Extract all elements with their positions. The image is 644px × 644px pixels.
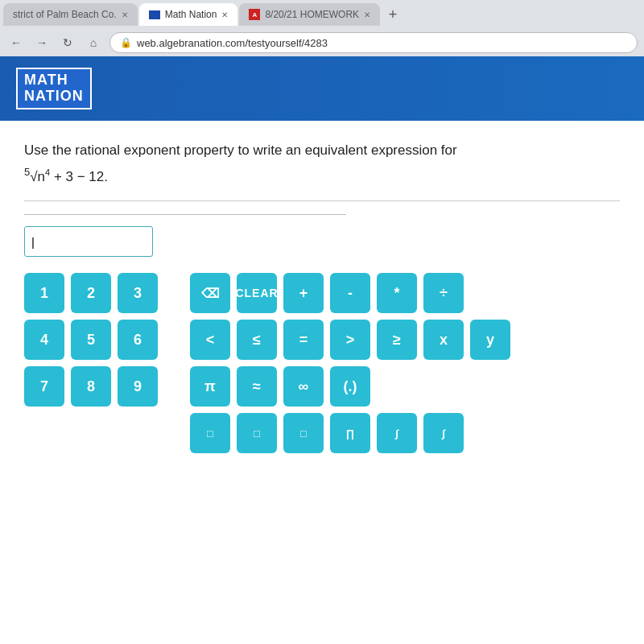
tab-bar: strict of Palm Beach Co. ✕ Math Nation ✕… xyxy=(0,0,644,29)
function-grid: ⌫ CLEAR + - * ÷ < ≤ = > ≥ x y xyxy=(190,273,510,460)
btn-r4-2[interactable]: □ xyxy=(237,413,277,453)
calc-row-3: π ≈ ∞ (.) xyxy=(190,366,510,407)
question-math: 5√n4 + 3 − 12. xyxy=(24,166,620,185)
add-tab-button[interactable]: + xyxy=(382,3,404,26)
btn-backspace[interactable]: ⌫ xyxy=(190,273,230,313)
btn-4[interactable]: 4 xyxy=(24,320,64,360)
btn-r4-1[interactable]: □ xyxy=(190,413,230,453)
calculator-area: 1 2 3 4 5 6 7 8 9 ⌫ CLEAR + - xyxy=(24,273,620,460)
close-icon[interactable]: ✕ xyxy=(364,10,370,19)
back-button[interactable]: ← xyxy=(6,33,26,52)
btn-pi[interactable]: π xyxy=(190,366,230,407)
btn-approx[interactable]: ≈ xyxy=(237,366,277,407)
btn-2[interactable]: 2 xyxy=(71,273,111,313)
question-text: Use the rational exponent property to wr… xyxy=(24,140,620,161)
btn-7[interactable]: 7 xyxy=(24,366,64,407)
btn-6[interactable]: 6 xyxy=(118,320,158,360)
cursor-area xyxy=(24,214,620,215)
btn-clear[interactable]: CLEAR xyxy=(237,273,277,313)
logo-line2: NATION xyxy=(24,89,84,105)
btn-greater-equal[interactable]: ≥ xyxy=(377,320,417,360)
btn-y[interactable]: y xyxy=(470,320,510,360)
btn-less-than[interactable]: < xyxy=(190,320,230,360)
tab-homework[interactable]: A 8/20/21 HOMEWORK ✕ xyxy=(239,3,380,26)
btn-3[interactable]: 3 xyxy=(118,273,158,313)
btn-5[interactable]: 5 xyxy=(71,320,111,360)
divider xyxy=(24,200,620,201)
tab-palm-beach[interactable]: strict of Palm Beach Co. ✕ xyxy=(3,3,138,26)
answer-input[interactable] xyxy=(24,226,153,257)
calc-row-1: ⌫ CLEAR + - * ÷ xyxy=(190,273,510,313)
main-content: Use the rational exponent property to wr… xyxy=(0,121,644,473)
logo-line1: MATH xyxy=(24,72,84,89)
btn-multiply[interactable]: * xyxy=(377,273,417,313)
btn-r4-3[interactable]: □ xyxy=(283,413,324,453)
btn-8[interactable]: 8 xyxy=(71,366,111,407)
btn-x[interactable]: x xyxy=(423,320,464,360)
btn-parens-dot[interactable]: (.) xyxy=(330,366,370,407)
close-icon[interactable]: ✕ xyxy=(122,10,128,19)
btn-9[interactable]: 9 xyxy=(118,366,158,407)
btn-1[interactable]: 1 xyxy=(24,273,64,313)
site-header: MATH NATION xyxy=(0,56,644,121)
btn-r4-6[interactable]: ∫ xyxy=(423,413,464,453)
btn-plus[interactable]: + xyxy=(283,273,324,313)
logo-box: MATH NATION xyxy=(16,68,92,109)
digit-grid: 1 2 3 4 5 6 7 8 9 xyxy=(24,273,158,460)
btn-r4-5[interactable]: ∫ xyxy=(377,413,417,453)
close-icon[interactable]: ✕ xyxy=(221,10,228,19)
calc-grid-left: 1 2 3 4 5 6 7 8 9 xyxy=(24,273,158,407)
btn-infinity[interactable]: ∞ xyxy=(283,366,324,407)
btn-less-equal[interactable]: ≤ xyxy=(237,320,277,360)
forward-button[interactable]: → xyxy=(32,33,52,52)
btn-minus[interactable]: - xyxy=(330,273,370,313)
browser-chrome: strict of Palm Beach Co. ✕ Math Nation ✕… xyxy=(0,0,644,56)
refresh-button[interactable]: ↻ xyxy=(58,33,77,52)
btn-r4-4[interactable]: ∏ xyxy=(330,413,370,453)
address-bar: ← → ↻ ⌂ 🔒 web.algebranation.com/testyour… xyxy=(0,29,644,56)
tab-label: strict of Palm Beach Co. xyxy=(13,9,117,20)
page-content: MATH NATION Use the rational exponent pr… xyxy=(0,56,644,644)
btn-greater-than[interactable]: > xyxy=(330,320,370,360)
tab-label: Math Nation xyxy=(165,9,217,20)
home-button[interactable]: ⌂ xyxy=(84,33,103,52)
tab-math-nation[interactable]: Math Nation ✕ xyxy=(139,3,238,26)
lock-icon: 🔒 xyxy=(120,37,132,48)
tab-label: 8/20/21 HOMEWORK xyxy=(265,9,359,20)
address-input[interactable]: 🔒 web.algebranation.com/testyourself/428… xyxy=(109,32,638,53)
url-text: web.algebranation.com/testyourself/4283 xyxy=(137,37,328,49)
calc-row-4: □ □ □ ∏ ∫ ∫ xyxy=(190,413,510,453)
flag-icon xyxy=(149,10,160,19)
btn-equals[interactable]: = xyxy=(283,320,324,360)
homework-icon: A xyxy=(249,9,260,20)
input-line xyxy=(24,214,346,215)
calc-row-2: < ≤ = > ≥ x y xyxy=(190,320,510,360)
btn-divide[interactable]: ÷ xyxy=(423,273,464,313)
